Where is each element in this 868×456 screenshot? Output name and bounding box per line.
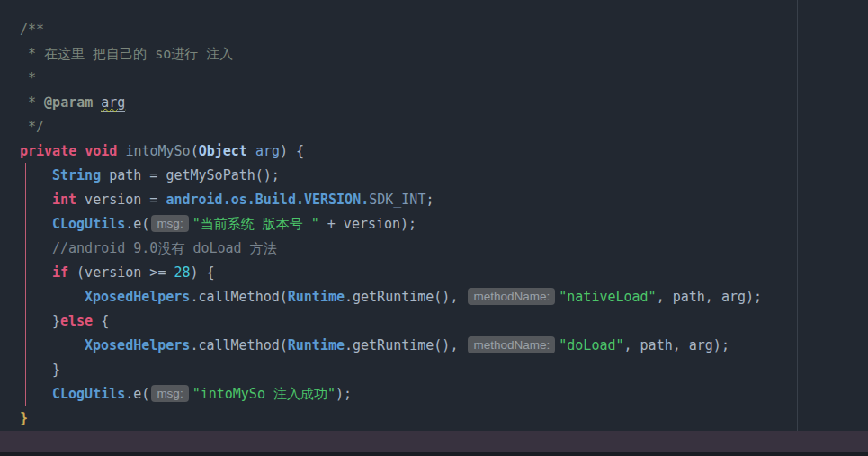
code-token-num: 28 — [174, 264, 190, 281]
code-editor-area[interactable]: /** * 在这里 把自己的 so进行 注入 * * @param arg */… — [0, 0, 868, 431]
code-line[interactable]: * 在这里 把自己的 so进行 注入 — [0, 42, 868, 67]
code-line[interactable]: XposedHelpers.callMethod(Runtime.getRunt… — [0, 334, 868, 358]
code-token-str: "nativeLoad" — [559, 289, 656, 305]
code-line[interactable]: CLogUtils.e(msg:"intoMySo 注入成功"); — [0, 382, 868, 407]
code-line[interactable]: * @param arg — [0, 91, 868, 115]
code-token-txt: , path, arg); — [624, 337, 729, 353]
code-token-kw: int — [52, 192, 76, 208]
code-token-txt: .getRuntime(), — [345, 337, 466, 353]
code-token-kw: else — [60, 313, 93, 329]
code-token-txt: .getRuntime(), — [345, 289, 466, 305]
code-line[interactable]: XposedHelpers.callMethod(Runtime.getRunt… — [0, 285, 868, 309]
code-token-txt: .callMethod( — [190, 337, 287, 353]
code-token-cls: XposedHelpers — [85, 289, 190, 305]
code-token-cls: XposedHelpers — [85, 337, 190, 353]
ide-editor-window: /** * 在这里 把自己的 so进行 注入 * * @param arg */… — [0, 0, 868, 456]
code-line[interactable]: int version = android.os.Build.VERSION.S… — [0, 188, 868, 212]
code-token-doc: * — [20, 70, 36, 86]
code-token-txt: ( — [191, 143, 199, 159]
code-token-txt: , path, arg); — [657, 289, 762, 305]
code-line[interactable]: }else { — [0, 309, 868, 334]
code-token-txt: + version); — [319, 216, 416, 232]
window-bottom-edge — [0, 452, 868, 456]
inlay-hint-chip[interactable]: methodName: — [468, 336, 555, 353]
code-token-cls: android.os.Build.VERSION. — [166, 192, 369, 208]
status-bar-area — [0, 431, 868, 452]
code-token-kw: if — [52, 264, 68, 281]
code-token-doc: /** — [20, 22, 44, 38]
code-token-doctag: @param — [44, 94, 101, 111]
code-token-kw: private void — [20, 143, 125, 159]
code-line[interactable]: } — [0, 407, 868, 431]
code-token-cls: Runtime — [288, 289, 345, 305]
code-token-txt: } — [52, 362, 60, 378]
code-token-parm: arg — [255, 143, 280, 159]
code-token-txt: (version >= — [68, 264, 174, 281]
inlay-hint-chip[interactable]: msg: — [151, 385, 188, 402]
code-line[interactable]: private void intoMySo(Object arg) { — [0, 139, 868, 164]
code-token-txt: version = — [76, 192, 166, 208]
code-token-txt: ) { — [191, 264, 215, 281]
code-token-decl: intoMySo — [125, 143, 190, 159]
code-token-obj: Object — [199, 143, 247, 159]
code-token-cls: CLogUtils — [52, 216, 125, 232]
code-line[interactable]: * — [0, 67, 868, 91]
code-line[interactable]: /** — [0, 18, 868, 42]
code-lines-container: /** * 在这里 把自己的 so进行 注入 * * @param arg */… — [0, 18, 868, 431]
code-token-fld: SDK_INT — [369, 192, 425, 208]
inlay-hint-chip[interactable]: methodName: — [468, 288, 555, 305]
code-line[interactable]: if (version >= 28) { — [0, 261, 868, 285]
code-token-txt: path = getMySoPath(); — [101, 167, 280, 183]
code-token-str: "当前系统 版本号 " — [192, 216, 319, 232]
code-token-cls: String — [52, 167, 101, 183]
code-token-str: "doLoad" — [559, 337, 623, 353]
code-token-str: "intoMySo 注入成功" — [192, 386, 336, 402]
code-token-txt: } — [52, 313, 60, 329]
code-token-txt: ) { — [280, 143, 304, 159]
code-token-cls: Runtime — [288, 337, 345, 353]
inlay-hint-chip[interactable]: msg: — [151, 215, 188, 232]
code-token-txt — [247, 143, 255, 159]
code-token-txt: ; — [425, 192, 434, 208]
code-token-doc: */ — [20, 119, 44, 135]
code-token-txt: { — [93, 313, 109, 329]
code-line[interactable]: String path = getMySoPath(); — [0, 164, 868, 188]
code-token-docparam: arg — [101, 94, 125, 112]
code-line[interactable]: //android 9.0没有 doLoad 方法 — [0, 237, 868, 261]
code-line[interactable]: */ — [0, 115, 868, 139]
code-token-cmt: //android 9.0没有 doLoad 方法 — [52, 240, 277, 256]
code-token-txt: .callMethod( — [190, 289, 287, 305]
code-line[interactable]: CLogUtils.e(msg:"当前系统 版本号 " + version); — [0, 212, 868, 237]
code-token-doc: * 在这里 把自己的 so进行 注入 — [20, 46, 233, 62]
code-token-txt: ); — [336, 386, 352, 402]
code-token-txt: .e( — [125, 216, 149, 232]
code-token-txt: .e( — [125, 386, 149, 402]
code-line[interactable]: } — [0, 358, 868, 382]
code-token-doc: * — [20, 94, 44, 111]
code-token-cls: CLogUtils — [52, 386, 125, 402]
code-token-bracehl: } — [20, 410, 28, 426]
